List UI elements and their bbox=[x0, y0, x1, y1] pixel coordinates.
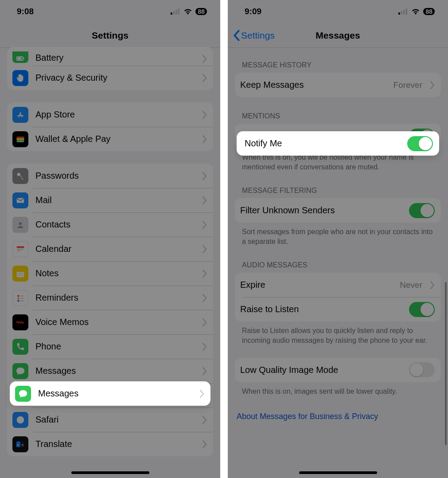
link-about-messages-business-privacy[interactable]: About Messages for Business & Privacy bbox=[235, 408, 441, 428]
svg-rect-12 bbox=[17, 198, 24, 203]
svg-text:文: 文 bbox=[21, 443, 24, 446]
svg-point-11 bbox=[17, 172, 20, 176]
home-indicator[interactable] bbox=[71, 471, 149, 474]
row-label: App Store bbox=[35, 110, 195, 120]
settings-row-wallet[interactable]: Wallet & Apple Pay bbox=[7, 127, 213, 151]
settings-row-messages[interactable]: Messages bbox=[10, 381, 210, 406]
navbar: Settings bbox=[0, 23, 220, 48]
section-footer-low-quality: When this is on, images sent will be low… bbox=[242, 387, 441, 396]
toggle-filter-unknown[interactable] bbox=[409, 203, 435, 218]
row-raise-to-listen: Raise to Listen bbox=[235, 297, 441, 321]
settings-row-safari[interactable]: Safari bbox=[7, 407, 213, 432]
messages-settings-list[interactable]: MESSAGE HISTORY Keep Messages Forever ME… bbox=[228, 48, 448, 428]
row-label: Safari bbox=[35, 415, 195, 425]
settings-row-key[interactable]: Passwords bbox=[7, 164, 213, 188]
toggle-notify-me[interactable] bbox=[407, 136, 433, 151]
status-time: 9:09 bbox=[245, 7, 261, 16]
settings-row-hand[interactable]: Privacy & Security bbox=[7, 66, 213, 90]
battery-indicator: 88 bbox=[195, 8, 207, 15]
svg-rect-2 bbox=[175, 10, 177, 15]
svg-rect-0 bbox=[171, 12, 172, 15]
group-message-filtering: Filter Unknown Senders bbox=[235, 198, 441, 223]
settings-row-battery[interactable]: Battery bbox=[7, 47, 213, 66]
svg-text:A: A bbox=[17, 443, 19, 447]
chevron-right-icon bbox=[203, 111, 207, 119]
chevron-right-icon bbox=[203, 367, 207, 375]
settings-row-translate[interactable]: A文Translate bbox=[7, 432, 213, 456]
svg-rect-10 bbox=[17, 140, 24, 141]
settings-row-reminders[interactable]: Reminders bbox=[7, 286, 213, 310]
svg-rect-18 bbox=[21, 249, 22, 250]
toggle-low-quality-image[interactable] bbox=[409, 362, 435, 377]
wallet-icon bbox=[12, 131, 28, 147]
row-label: Passwords bbox=[35, 171, 195, 181]
section-header-mentions: MENTIONS bbox=[242, 110, 441, 120]
chevron-right-icon bbox=[203, 245, 207, 253]
group-audio-messages: Expire Never Raise to Listen bbox=[235, 273, 441, 321]
section-header-message-filtering: MESSAGE FILTERING bbox=[242, 184, 441, 195]
chevron-right-icon bbox=[203, 196, 207, 204]
svg-rect-20 bbox=[18, 250, 19, 251]
settings-row-voicememos[interactable]: Voice Memos bbox=[7, 310, 213, 334]
section-header-message-history: MESSAGE HISTORY bbox=[242, 59, 441, 69]
svg-point-26 bbox=[17, 295, 19, 297]
settings-row-contacts[interactable]: Contacts bbox=[7, 212, 213, 237]
row-filter-unknown-senders: Filter Unknown Senders bbox=[235, 198, 441, 223]
row-label: Mail bbox=[35, 195, 195, 205]
chevron-right-icon bbox=[203, 172, 207, 180]
row-label: Notify Me bbox=[245, 138, 400, 149]
scroll-indicator bbox=[445, 282, 447, 445]
svg-rect-38 bbox=[398, 12, 400, 15]
row-label: Wallet & Apple Pay bbox=[35, 134, 195, 144]
svg-rect-23 bbox=[17, 270, 24, 272]
chevron-right-icon bbox=[203, 318, 207, 326]
row-label: Messages bbox=[38, 388, 193, 399]
group-low-quality-image: Low Quality Image Mode bbox=[235, 358, 441, 382]
back-button[interactable]: Settings bbox=[233, 30, 275, 41]
chevron-right-icon bbox=[200, 390, 204, 398]
svg-rect-1 bbox=[173, 11, 175, 15]
row-expire[interactable]: Expire Never bbox=[235, 273, 441, 297]
settings-row-phone[interactable]: Phone bbox=[7, 334, 213, 359]
settings-row-mail[interactable]: Mail bbox=[7, 188, 213, 212]
settings-row-notes[interactable]: Notes bbox=[7, 261, 213, 286]
messages-settings-screen: 9:09 88 Settings Messages MESSAGE HISTOR… bbox=[228, 0, 448, 478]
svg-point-13 bbox=[19, 222, 22, 225]
svg-rect-21 bbox=[19, 250, 20, 251]
cellular-icon bbox=[171, 8, 180, 15]
row-label: Privacy & Security bbox=[35, 73, 195, 83]
home-indicator[interactable] bbox=[299, 471, 377, 474]
chevron-right-icon bbox=[430, 81, 435, 89]
chevron-right-icon bbox=[203, 294, 207, 302]
wifi-icon bbox=[411, 8, 420, 15]
settings-row-appstore[interactable]: App Store bbox=[7, 102, 213, 127]
row-notify-me-highlight: Notify Me bbox=[237, 131, 439, 156]
translate-icon: A文 bbox=[12, 436, 28, 452]
row-low-quality-image-mode: Low Quality Image Mode bbox=[235, 358, 441, 382]
wifi-icon bbox=[183, 8, 192, 15]
row-label: Low Quality Image Mode bbox=[240, 365, 402, 375]
status-bar: 9:08 88 bbox=[0, 0, 220, 23]
highlight-notify-me-row: Notify Me bbox=[237, 131, 439, 156]
row-label: Battery bbox=[35, 53, 195, 63]
status-icons: 88 bbox=[398, 8, 435, 15]
cellular-icon bbox=[398, 8, 408, 15]
section-footer-filtering: Sort messages from people who are not in… bbox=[242, 227, 441, 246]
svg-point-28 bbox=[17, 300, 19, 302]
settings-row-calendar[interactable]: Calendar bbox=[7, 237, 213, 261]
settings-group-device: BatteryPrivacy & Security bbox=[7, 47, 213, 90]
voicememos-icon bbox=[12, 314, 28, 330]
notes-icon bbox=[12, 266, 28, 282]
appstore-icon bbox=[12, 107, 28, 123]
row-label: Translate bbox=[35, 439, 195, 449]
svg-rect-40 bbox=[403, 10, 405, 15]
status-bar: 9:09 88 bbox=[228, 0, 448, 23]
svg-rect-14 bbox=[17, 246, 24, 248]
settings-row-messages[interactable]: Messages bbox=[7, 359, 213, 383]
contacts-icon bbox=[12, 217, 28, 233]
row-keep-messages[interactable]: Keep Messages Forever bbox=[235, 73, 441, 97]
toggle-raise-to-listen[interactable] bbox=[409, 302, 435, 317]
messages-icon bbox=[15, 386, 31, 402]
chevron-right-icon bbox=[203, 74, 207, 82]
row-label: Expire bbox=[240, 280, 393, 290]
